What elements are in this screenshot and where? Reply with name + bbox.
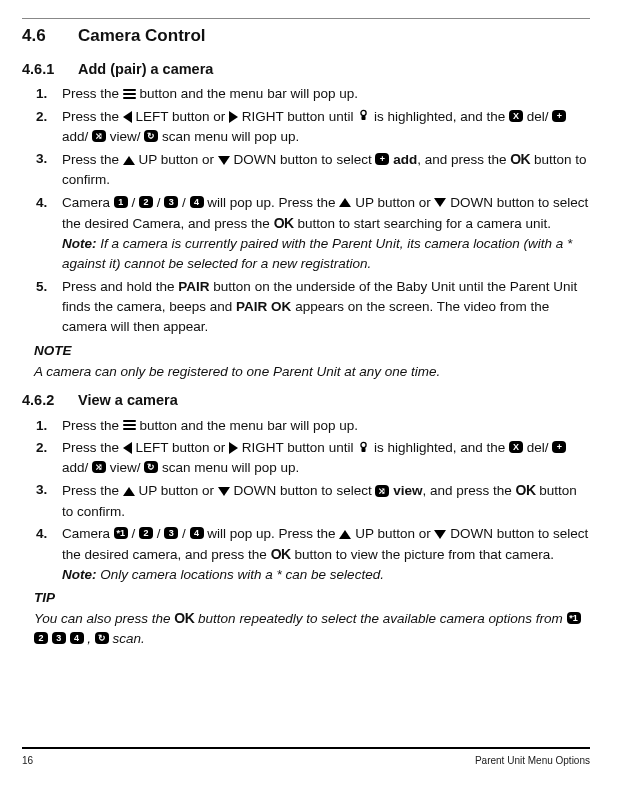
note-text: A camera can only be registered to one P… (34, 362, 590, 382)
view-icon: ⤭ (375, 485, 389, 497)
cam4-icon: 4 (190, 196, 204, 208)
step-4: 4. Camera *1 / 2 / 3 / 4 will pop up. Pr… (36, 524, 590, 586)
tip-block: TIP You can also press the OK button rep… (34, 588, 590, 650)
section-number: 4.6 (22, 23, 78, 49)
cam3-icon: 3 (164, 196, 178, 208)
add-icon: + (552, 441, 566, 453)
cam1-icon: *1 (114, 527, 128, 539)
scan-icon: ↻ (144, 461, 158, 473)
right-icon (229, 442, 238, 454)
camera-icon (357, 109, 370, 122)
down-icon (434, 530, 446, 539)
note-heading: NOTE (34, 341, 590, 361)
add-icon: + (375, 153, 389, 165)
tip-heading: TIP (34, 588, 590, 608)
cam2-icon: 2 (34, 632, 48, 644)
note-label: Note: (62, 567, 97, 582)
note-body: If a camera is currently paired with the… (62, 236, 572, 271)
camera-icon (357, 441, 370, 454)
section-heading: 4.6Camera Control (22, 18, 590, 49)
subsection-number: 4.6.1 (22, 59, 78, 81)
down-icon (218, 487, 230, 496)
step-1: 1. Press the button and the menu bar wil… (36, 416, 590, 436)
add-icon: + (552, 110, 566, 122)
view-icon: ⤭ (92, 130, 106, 142)
left-icon (123, 442, 132, 454)
steps-list-add: 1. Press the button and the menu bar wil… (36, 84, 590, 337)
step-5: 5. Press and hold the PAIR button on the… (36, 277, 590, 338)
cam1-icon: *1 (567, 612, 581, 624)
subsection-title: View a camera (78, 392, 178, 408)
svg-point-0 (361, 111, 366, 116)
up-icon (339, 530, 351, 539)
ok-icon: OK (516, 482, 536, 498)
footer-section: Parent Unit Menu Options (475, 753, 590, 768)
del-icon: X (509, 110, 523, 122)
del-icon: X (509, 441, 523, 453)
tip-text: You can also press the OK button repeate… (34, 608, 590, 650)
note-block: NOTE A camera can only be registered to … (34, 341, 590, 382)
ok-icon: OK (174, 610, 194, 626)
cam4-icon: 4 (190, 527, 204, 539)
step-1: 1. Press the button and the menu bar wil… (36, 84, 590, 104)
cam1-icon: 1 (114, 196, 128, 208)
down-icon (434, 198, 446, 207)
cam4-icon: 4 (70, 632, 84, 644)
scan-icon: ↻ (95, 632, 109, 644)
ok-icon: OK (510, 151, 530, 167)
down-icon (218, 156, 230, 165)
svg-rect-3 (362, 448, 366, 452)
note-label: Note: (62, 236, 97, 251)
menu-icon (123, 420, 136, 430)
step-2: 2. Press the LEFT button or RIGHT button… (36, 438, 590, 479)
up-icon (123, 156, 135, 165)
right-icon (229, 111, 238, 123)
step-2: 2. Press the LEFT button or RIGHT button… (36, 107, 590, 148)
footer: 16 Parent Unit Menu Options (22, 747, 590, 768)
cam3-icon: 3 (164, 527, 178, 539)
cam2-icon: 2 (139, 196, 153, 208)
svg-rect-1 (362, 116, 366, 120)
section-title: Camera Control (78, 26, 206, 45)
svg-point-2 (361, 442, 366, 447)
step-3: 3. Press the UP button or DOWN button to… (36, 480, 590, 522)
step-3: 3. Press the UP button or DOWN button to… (36, 149, 590, 191)
cam3-icon: 3 (52, 632, 66, 644)
steps-list-view: 1. Press the button and the menu bar wil… (36, 416, 590, 586)
up-icon (339, 198, 351, 207)
step-4: 4. Camera 1 / 2 / 3 / 4 will pop up. Pre… (36, 193, 590, 275)
view-icon: ⤭ (92, 461, 106, 473)
page-number: 16 (22, 753, 33, 768)
cam2-icon: 2 (139, 527, 153, 539)
subsection-title: Add (pair) a camera (78, 61, 213, 77)
up-icon (123, 487, 135, 496)
left-icon (123, 111, 132, 123)
note-body: Only camera locations with a * can be se… (97, 567, 384, 582)
scan-icon: ↻ (144, 130, 158, 142)
ok-icon: OK (274, 215, 294, 231)
menu-icon (123, 89, 136, 99)
subsection-heading: 4.6.2View a camera (22, 390, 590, 412)
subsection-number: 4.6.2 (22, 390, 78, 412)
subsection-heading: 4.6.1Add (pair) a camera (22, 59, 590, 81)
ok-icon: OK (271, 546, 291, 562)
